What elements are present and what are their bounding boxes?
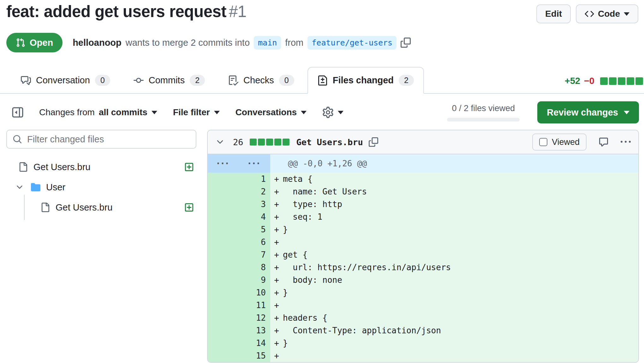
diff-file-header: 26 Get Users.bru Viewed bbox=[208, 130, 638, 154]
diff-line-number[interactable]: 5 bbox=[208, 223, 270, 236]
chevron-down-icon bbox=[15, 183, 24, 192]
files-toolbar: Changes from all commits File filter Con… bbox=[0, 94, 644, 129]
caret-down-icon bbox=[624, 12, 629, 16]
state-badge: Open bbox=[6, 33, 63, 52]
diff-line-number[interactable]: 11 bbox=[208, 299, 270, 312]
diff-line-number[interactable]: 9 bbox=[208, 274, 270, 286]
diff-line-code: } bbox=[283, 288, 288, 297]
caret-down-icon bbox=[214, 111, 220, 114]
diffstat-deletions: −0 bbox=[584, 76, 594, 86]
author-link[interactable]: helloanoop bbox=[73, 38, 122, 48]
sidebar-collapse-icon[interactable] bbox=[12, 107, 23, 118]
copy-branch-icon[interactable] bbox=[401, 38, 411, 48]
tree-item-file[interactable]: Get Users.bru bbox=[6, 157, 196, 177]
diff-line: 2+ name: Get Users bbox=[208, 185, 638, 198]
diff-line-sign: + bbox=[270, 237, 283, 247]
diff-line-number[interactable]: 1 bbox=[208, 173, 270, 185]
diff-line-content: + Content-Type: application/json bbox=[270, 324, 638, 337]
search-icon bbox=[13, 134, 22, 145]
file-diff-icon bbox=[318, 75, 328, 86]
diff-line-sign: + bbox=[270, 199, 283, 209]
diff-line-number[interactable]: 7 bbox=[208, 248, 270, 261]
tree-indent-line bbox=[24, 195, 25, 220]
diff-added-icon bbox=[184, 203, 194, 212]
diff-line-sign: + bbox=[270, 288, 283, 297]
diff-line-content: + bbox=[270, 349, 638, 362]
viewed-checkbox[interactable] bbox=[539, 138, 547, 146]
diffstat-blocks bbox=[600, 77, 643, 85]
caret-down-icon bbox=[338, 111, 343, 114]
page-title: feat: added get users request#1 bbox=[6, 3, 247, 21]
diff-line-number[interactable]: 8 bbox=[208, 261, 270, 274]
diff-line-number[interactable]: 2 bbox=[208, 185, 270, 198]
diff-line-number[interactable]: 13 bbox=[208, 324, 270, 337]
diff-line-code: } bbox=[283, 225, 288, 234]
file-lines-changed: 26 bbox=[233, 137, 243, 147]
diff-line-content: + body: none bbox=[270, 274, 638, 286]
viewed-checkbox-button[interactable]: Viewed bbox=[532, 134, 587, 151]
code-icon bbox=[585, 9, 594, 19]
caret-down-icon bbox=[624, 111, 629, 114]
tab-conversation[interactable]: Conversation 0 bbox=[11, 67, 120, 94]
viewed-label: Viewed bbox=[552, 137, 580, 147]
diffstat-block bbox=[609, 77, 617, 85]
diffstat-additions: +52 bbox=[565, 76, 580, 86]
code-button[interactable]: Code bbox=[576, 4, 638, 23]
kebab-horizontal-icon[interactable] bbox=[621, 137, 631, 147]
diff-line-sign: + bbox=[270, 212, 283, 222]
filter-files-input[interactable] bbox=[6, 130, 196, 149]
caret-down-icon bbox=[301, 111, 307, 114]
edit-button[interactable]: Edit bbox=[536, 4, 571, 23]
gear-icon bbox=[322, 107, 334, 118]
review-changes-label: Review changes bbox=[547, 107, 618, 118]
diff-settings-dropdown[interactable] bbox=[322, 107, 343, 118]
diff-line-number[interactable]: 12 bbox=[208, 312, 270, 324]
diff-line-number[interactable]: 4 bbox=[208, 211, 270, 223]
diff-line-number[interactable]: 15 bbox=[208, 349, 270, 362]
edit-button-label: Edit bbox=[545, 9, 562, 19]
diff-line-number[interactable]: 3 bbox=[208, 198, 270, 211]
diff-line: 14+} bbox=[208, 337, 638, 349]
diff-line-content: +get { bbox=[270, 248, 638, 261]
copy-path-icon[interactable] bbox=[369, 137, 378, 147]
diff-line-code: seq: 1 bbox=[283, 212, 322, 222]
comment-icon[interactable] bbox=[599, 137, 609, 147]
diff-line-code: get { bbox=[283, 250, 307, 259]
tab-label: Files changed bbox=[333, 75, 394, 86]
tab-files-changed[interactable]: Files changed 2 bbox=[307, 67, 424, 94]
tab-commits[interactable]: Commits 2 bbox=[123, 67, 215, 94]
diffstat-block bbox=[250, 139, 257, 146]
conversations-dropdown[interactable]: Conversations bbox=[236, 107, 307, 117]
collapse-file-chevron-icon[interactable] bbox=[215, 137, 225, 147]
file-filter-dropdown[interactable]: File filter bbox=[173, 107, 220, 117]
folder-icon bbox=[31, 182, 40, 192]
changes-from-dropdown[interactable]: Changes from all commits bbox=[39, 107, 157, 117]
diff-line-sign: + bbox=[270, 313, 283, 323]
pr-header: feat: added get users request#1 Edit Cod… bbox=[0, 0, 644, 23]
tree-item-file-nested[interactable]: Get Users.bru bbox=[6, 197, 196, 217]
base-branch-chip[interactable]: main bbox=[254, 36, 281, 50]
diff-line-sign: + bbox=[270, 225, 283, 234]
diff-line-number[interactable]: 10 bbox=[208, 286, 270, 299]
pr-status-row: Open helloanoop wants to merge 2 commits… bbox=[6, 33, 644, 52]
conversations-label: Conversations bbox=[236, 107, 297, 117]
head-branch-chip[interactable]: feature/get-users bbox=[307, 36, 397, 50]
diff-line-sign: + bbox=[270, 263, 283, 272]
diff-line-number[interactable]: 14 bbox=[208, 337, 270, 349]
tab-label: Commits bbox=[149, 75, 185, 86]
diff-line: 11+ bbox=[208, 299, 638, 312]
diff-line: 15+ bbox=[208, 349, 638, 362]
tree-item-folder-user[interactable]: User bbox=[6, 177, 196, 197]
caret-down-icon bbox=[152, 111, 157, 114]
hunk-header-row: ··· ··· @@ -0,0 +1,26 @@ bbox=[208, 154, 638, 173]
diffstat-block bbox=[258, 139, 265, 146]
diff-file-name[interactable]: Get Users.bru bbox=[296, 137, 363, 147]
review-changes-button[interactable]: Review changes bbox=[537, 101, 639, 123]
diff-line-code: type: http bbox=[283, 199, 342, 209]
diff-line-content: + name: Get Users bbox=[270, 185, 638, 198]
tab-checks[interactable]: Checks 0 bbox=[218, 67, 304, 94]
diff-line-code: Content-Type: application/json bbox=[283, 326, 441, 335]
git-commit-icon bbox=[134, 75, 144, 86]
diff-line-sign: + bbox=[270, 275, 283, 285]
diff-line-number[interactable]: 6 bbox=[208, 236, 270, 248]
